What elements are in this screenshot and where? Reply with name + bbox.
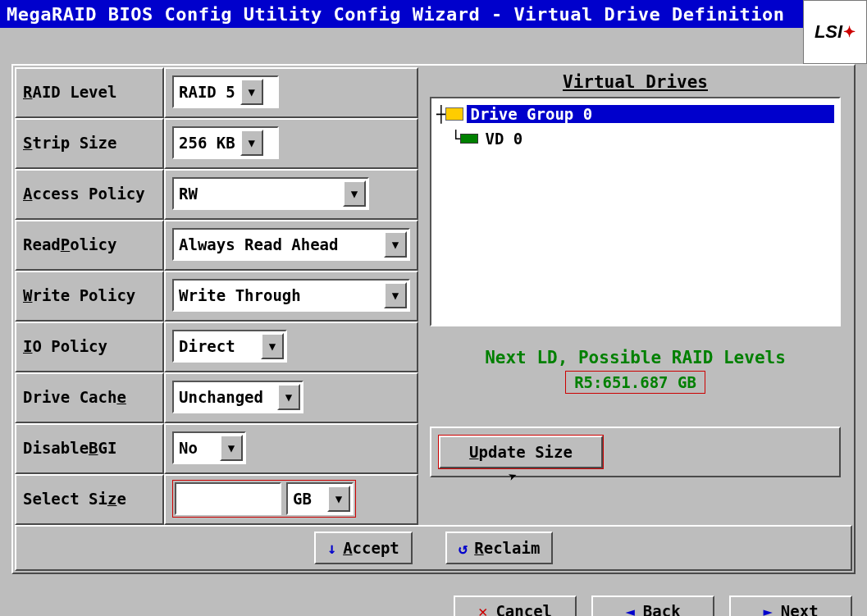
main-panel: RAID Level RAID 5 ▼ Strip Size 256 KB ▼ (11, 64, 856, 574)
undo-icon: ↺ (459, 539, 468, 557)
chevron-down-icon[interactable]: ▼ (220, 435, 243, 461)
chevron-down-icon[interactable]: ▼ (343, 180, 366, 207)
select-size-highlight: GB ▼ (172, 480, 356, 518)
chevron-down-icon[interactable]: ▼ (261, 333, 284, 359)
tree-item-vd[interactable]: VD 0 (481, 130, 522, 148)
next-ld-value: R5:651.687 GB (565, 371, 705, 394)
chevron-down-icon[interactable]: ▼ (240, 130, 263, 156)
arrow-down-icon: ↓ (327, 539, 336, 557)
close-icon: ✕ (478, 602, 487, 616)
select-size-input[interactable] (175, 482, 281, 515)
access-policy-label: Access Policy (15, 169, 164, 220)
window-title: MegaRAID BIOS Config Utility Config Wiza… (7, 4, 784, 25)
next-ld-label: Next LD, Possible RAID Levels (430, 348, 841, 367)
access-policy-select[interactable]: RW ▼ (172, 177, 369, 210)
tree-item-drive-group[interactable]: Drive Group 0 (467, 105, 834, 123)
accept-button[interactable]: ↓ Accept Accept (314, 532, 413, 564)
drive-group-icon (445, 107, 463, 121)
title-bar: MegaRAID BIOS Config Utility Config Wiza… (0, 0, 867, 28)
settings-column: RAID Level RAID 5 ▼ Strip Size 256 KB ▼ (15, 67, 418, 525)
select-size-unit[interactable]: GB ▼ (286, 482, 354, 515)
chevron-down-icon[interactable]: ▼ (277, 384, 300, 410)
chevron-down-icon[interactable]: ▼ (384, 282, 407, 308)
arrow-left-icon: ◄ (625, 602, 634, 616)
chevron-down-icon[interactable]: ▼ (384, 231, 407, 258)
cancel-button[interactable]: ✕ Cancel Cancel (454, 595, 577, 616)
tree-branch-icon: ┼ (436, 105, 445, 123)
action-row: ↓ Accept Accept ↺ Reclaim Reclaim (15, 525, 852, 571)
tree-branch-icon: └ (451, 130, 460, 148)
update-size-button[interactable]: UUpdate Sizepdate Size (439, 436, 603, 468)
read-policy-select[interactable]: Always Read Ahead ▼ (172, 228, 410, 261)
virtual-drives-header: Virtual Drives (430, 72, 841, 92)
io-policy-select[interactable]: Direct ▼ (172, 330, 287, 363)
virtual-drive-icon (460, 134, 478, 144)
reclaim-button[interactable]: ↺ Reclaim Reclaim (445, 532, 554, 564)
raid-level-select[interactable]: RAID 5 ▼ (172, 75, 279, 108)
read-policy-label: Read Policy (15, 220, 164, 271)
disable-bgi-label: Disable BGI (15, 423, 164, 474)
drive-cache-label: Drive Cache (15, 372, 164, 423)
strip-size-select[interactable]: 256 KB ▼ (172, 126, 279, 159)
next-button[interactable]: ► Next Next (729, 595, 852, 616)
lsi-logo: LSI✦ (803, 0, 867, 64)
back-button[interactable]: ◄ Back Back (591, 595, 714, 616)
write-policy-select[interactable]: Write Through ▼ (172, 279, 410, 312)
drive-cache-select[interactable]: Unchanged ▼ (172, 381, 303, 413)
disable-bgi-select[interactable]: No ▼ (172, 431, 246, 464)
chevron-down-icon[interactable]: ▼ (327, 486, 350, 512)
select-size-label: Select Size (15, 474, 164, 525)
chevron-down-icon[interactable]: ▼ (240, 79, 263, 105)
write-policy-label: Write Policy (15, 271, 164, 322)
io-policy-label: IO Policy (15, 322, 164, 372)
logo-star-icon: ✦ (843, 23, 856, 41)
virtual-drives-column: Virtual Drives ┼ Drive Group 0 └ VD 0 Ne… (418, 67, 852, 525)
arrow-right-icon: ► (763, 602, 772, 616)
raid-level-label: RAID Level (15, 67, 164, 118)
nav-row: ✕ Cancel Cancel ◄ Back Back ► Next Next (0, 586, 867, 616)
virtual-drives-tree[interactable]: ┼ Drive Group 0 └ VD 0 (430, 97, 841, 326)
strip-size-label: Strip Size (15, 118, 164, 169)
